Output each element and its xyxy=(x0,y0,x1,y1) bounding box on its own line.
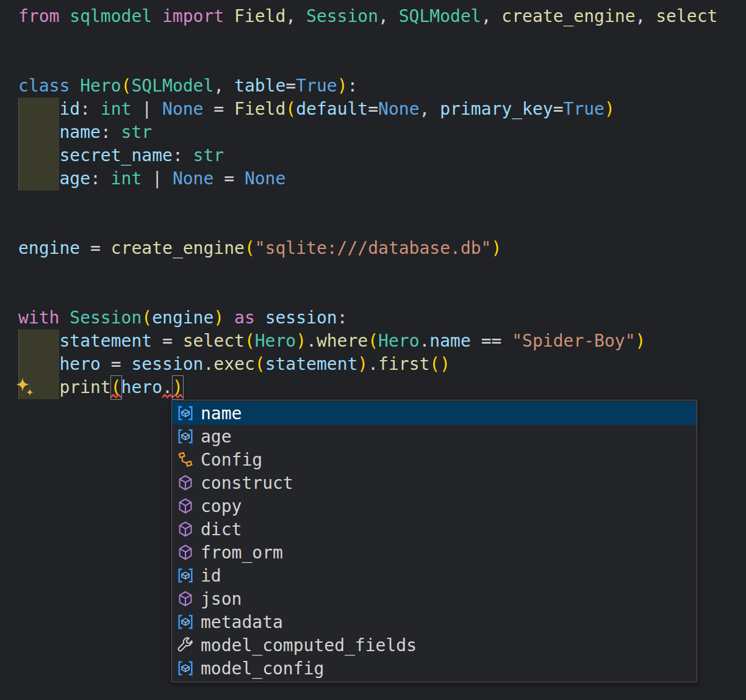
code-token: ( xyxy=(368,331,378,351)
copilot-sparkle-icon[interactable] xyxy=(14,377,36,399)
suggest-item-dict[interactable]: dict xyxy=(172,518,697,541)
code-line: name: str xyxy=(18,121,746,144)
code-token: id xyxy=(59,99,80,119)
symbol-field-icon xyxy=(176,404,195,422)
code-token: Field xyxy=(234,6,285,26)
suggest-item-label: id xyxy=(201,566,221,586)
suggest-item-label: Config xyxy=(201,450,262,470)
code-line: from sqlmodel import Field, Session, SQL… xyxy=(18,5,746,28)
suggest-item-label: copy xyxy=(201,496,242,516)
code-token: table xyxy=(234,76,285,96)
code-token: import xyxy=(152,6,234,26)
code-line xyxy=(18,283,746,306)
code-token: ) xyxy=(296,331,306,351)
code-token: ) xyxy=(636,331,646,351)
suggest-item-json[interactable]: json xyxy=(172,587,697,610)
code-token: None xyxy=(162,99,203,119)
code-token: , xyxy=(378,6,399,26)
code-token xyxy=(59,6,70,26)
code-token: age xyxy=(59,168,90,189)
suggest-item-label: name xyxy=(201,403,242,424)
code-token: = xyxy=(80,238,111,258)
suggest-item-copy[interactable]: copy xyxy=(172,494,697,518)
code-token: SQLModel xyxy=(399,6,481,26)
suggest-item-name[interactable]: name xyxy=(172,402,697,425)
code-token: ) xyxy=(337,76,348,96)
code-token: ( xyxy=(142,308,152,328)
code-token: with xyxy=(18,308,59,328)
code-token: create_engine xyxy=(501,6,635,26)
code-token xyxy=(18,99,59,119)
code-token: ( xyxy=(245,331,255,351)
code-token: Hero xyxy=(378,331,419,351)
code-token xyxy=(18,168,59,189)
code-token: statement xyxy=(265,354,358,374)
code-token: . xyxy=(420,331,430,351)
code-token: , xyxy=(481,6,502,26)
code-token xyxy=(18,354,59,374)
suggest-item-model_computed_fields[interactable]: model_computed_fields xyxy=(172,633,697,657)
code-token: int xyxy=(111,168,142,189)
code-lines: from sqlmodel import Field, Session, SQL… xyxy=(18,5,746,399)
code-token xyxy=(18,145,59,165)
symbol-field-icon xyxy=(176,566,195,585)
code-token: = xyxy=(203,99,234,119)
code-token: None xyxy=(173,168,213,189)
code-token: = xyxy=(368,99,378,119)
code-line: class Hero(SQLModel, table=True): xyxy=(18,74,746,98)
code-token: = xyxy=(285,76,296,96)
code-token xyxy=(18,122,59,142)
code-token: : xyxy=(80,99,101,119)
code-token: : xyxy=(173,145,193,165)
code-token: . xyxy=(162,376,173,399)
code-token: () xyxy=(429,354,450,374)
code-token: : xyxy=(90,168,111,189)
symbol-method-icon xyxy=(176,590,195,608)
code-token: secret_name xyxy=(59,145,172,165)
code-token: : xyxy=(101,122,121,142)
suggest-item-from_orm[interactable]: from_orm xyxy=(172,541,697,564)
code-token xyxy=(18,331,59,351)
suggest-item-age[interactable]: age xyxy=(172,425,697,448)
code-token: "sqlite:///database.db" xyxy=(255,238,492,258)
autocomplete-dropdown: name age Config construct copy xyxy=(171,400,697,682)
symbol-field-icon xyxy=(176,613,195,631)
suggest-item-label: age xyxy=(201,427,232,447)
bracket-match: ) xyxy=(173,376,183,399)
code-token: Hero xyxy=(255,331,296,351)
code-token: exec xyxy=(213,354,254,374)
code-token: . xyxy=(306,331,317,351)
code-token: hero xyxy=(59,354,100,374)
suggest-item-id[interactable]: id xyxy=(172,564,697,587)
code-token: : xyxy=(347,76,357,96)
code-line: with Session(engine) as session: xyxy=(18,306,746,330)
code-token: , xyxy=(420,99,440,119)
code-token: class xyxy=(18,76,70,96)
suggest-item-Config[interactable]: Config xyxy=(172,448,697,471)
suggest-item-label: json xyxy=(201,589,242,609)
suggest-item-metadata[interactable]: metadata xyxy=(172,610,697,633)
code-editor[interactable]: from sqlmodel import Field, Session, SQL… xyxy=(0,0,746,700)
suggest-item-construct[interactable]: construct xyxy=(172,471,697,494)
code-line: age: int | None = None xyxy=(18,167,746,190)
code-token: select xyxy=(656,6,717,26)
code-token: True xyxy=(564,99,604,119)
code-token: sqlmodel xyxy=(70,6,152,26)
code-token: , xyxy=(636,6,656,26)
code-token: str xyxy=(121,122,152,142)
code-token: session xyxy=(265,308,337,328)
code-token: SQLModel xyxy=(131,76,213,96)
code-token: Field xyxy=(234,99,285,119)
code-token: statement xyxy=(59,331,152,351)
code-token: select xyxy=(183,331,245,351)
code-token: str xyxy=(193,145,224,165)
code-line xyxy=(18,214,746,237)
code-token: = xyxy=(101,354,132,374)
code-token xyxy=(59,308,70,328)
suggest-item-label: construct xyxy=(201,473,293,493)
suggest-item-label: model_config xyxy=(201,659,324,679)
code-token: None xyxy=(378,99,419,119)
code-line: statement = select(Hero).where(Hero.name… xyxy=(18,330,746,353)
suggest-item-model_config[interactable]: model_config xyxy=(172,657,697,680)
code-token: engine xyxy=(152,308,213,328)
